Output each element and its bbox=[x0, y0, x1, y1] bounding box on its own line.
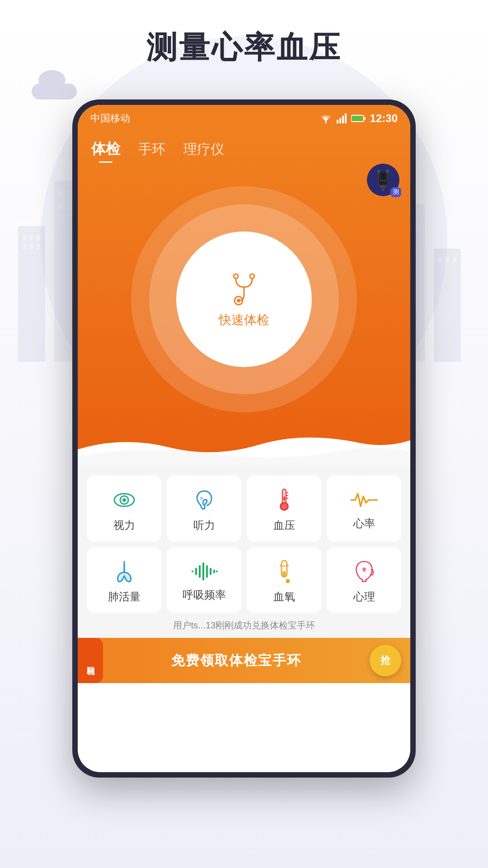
phone-screen: 中国移动 bbox=[78, 105, 410, 772]
mind-icon bbox=[353, 560, 375, 583]
hearing-label: 听力 bbox=[193, 518, 215, 533]
health-item-bp[interactable]: 血压 bbox=[247, 476, 321, 542]
svg-rect-6 bbox=[36, 244, 40, 250]
svg-rect-52 bbox=[283, 496, 285, 501]
svg-rect-4 bbox=[23, 244, 26, 250]
scan-label: 快速体检 bbox=[219, 311, 269, 329]
banner-text: 免费领取体检宝手环 bbox=[103, 651, 370, 670]
svg-rect-36 bbox=[380, 185, 386, 188]
health-item-bloodox[interactable]: SaO2 血氧 bbox=[247, 547, 321, 613]
svg-point-44 bbox=[237, 299, 240, 302]
status-right: 12:30 bbox=[319, 112, 398, 125]
thermometer-icon bbox=[276, 488, 292, 512]
device-badge[interactable]: 测 bbox=[367, 164, 399, 196]
scan-button[interactable]: 快速体检 bbox=[176, 231, 312, 367]
phone-frame: 中国移动 bbox=[72, 99, 416, 778]
scan-mid-circle: 快速体检 bbox=[149, 204, 339, 394]
svg-point-54 bbox=[282, 504, 287, 509]
svg-text:SaO2: SaO2 bbox=[279, 564, 289, 568]
wifi-icon bbox=[319, 113, 332, 123]
svg-rect-11 bbox=[59, 203, 64, 210]
svg-rect-3 bbox=[36, 235, 40, 241]
band-icon bbox=[374, 169, 392, 191]
svg-rect-27 bbox=[339, 118, 341, 123]
svg-point-48 bbox=[125, 497, 127, 499]
svg-rect-35 bbox=[380, 173, 386, 179]
heartrate-label: 心率 bbox=[353, 516, 375, 531]
svg-rect-1 bbox=[23, 235, 26, 241]
svg-point-49 bbox=[200, 497, 203, 500]
svg-rect-38 bbox=[378, 170, 380, 173]
svg-rect-28 bbox=[342, 116, 344, 123]
ear-icon bbox=[194, 488, 214, 512]
svg-rect-23 bbox=[446, 257, 449, 262]
health-item-heartrate[interactable]: 心率 bbox=[327, 476, 401, 542]
bp-label: 血压 bbox=[273, 518, 295, 533]
svg-rect-24 bbox=[453, 257, 456, 262]
svg-rect-21 bbox=[434, 249, 461, 362]
bloodox-label: 血氧 bbox=[273, 590, 295, 604]
cloud-decoration bbox=[27, 72, 81, 99]
health-item-lung[interactable]: 肺活量 bbox=[87, 547, 161, 613]
svg-rect-2 bbox=[29, 235, 33, 241]
carrier-label: 中国移动 bbox=[90, 112, 130, 125]
banner-grab-button[interactable]: 抢 bbox=[370, 645, 401, 676]
notification-bar: 用户ts...13刚刚成功兑换体检宝手环 bbox=[78, 613, 410, 638]
mental-label: 心理 bbox=[353, 590, 375, 604]
svg-rect-32 bbox=[352, 116, 362, 121]
device-badge-label: 测 bbox=[390, 187, 401, 197]
health-item-mental[interactable]: 心理 bbox=[327, 547, 401, 613]
health-item-breath[interactable]: 呼吸频率 bbox=[167, 547, 241, 613]
svg-point-25 bbox=[325, 122, 327, 123]
svg-rect-29 bbox=[345, 113, 347, 123]
svg-rect-8 bbox=[59, 190, 64, 197]
svg-rect-68 bbox=[282, 571, 286, 576]
svg-rect-39 bbox=[387, 170, 389, 173]
eye-icon bbox=[113, 488, 136, 512]
svg-rect-31 bbox=[364, 117, 366, 120]
svg-rect-22 bbox=[438, 257, 442, 262]
tab-liaoyi[interactable]: 理疗仪 bbox=[183, 140, 224, 162]
vision-label: 视力 bbox=[113, 518, 135, 533]
breath-label: 呼吸频率 bbox=[183, 588, 226, 602]
tab-bar[interactable]: 体检 手环 理疗仪 bbox=[78, 132, 410, 166]
page-title: 测量心率血压 bbox=[0, 27, 488, 68]
header-wave bbox=[78, 431, 410, 467]
lung-label: 肺活量 bbox=[108, 590, 141, 604]
bottom-banner[interactable]: 限时福利 免费领取体检宝手环 抢 bbox=[78, 638, 410, 683]
bloodtube-icon: SaO2 bbox=[274, 560, 294, 583]
status-time: 12:30 bbox=[370, 112, 398, 125]
battery-icon bbox=[351, 114, 366, 123]
tab-tijian[interactable]: 体检 bbox=[91, 139, 120, 163]
banner-badge: 限时福利 bbox=[78, 638, 103, 683]
tab-shuhuan[interactable]: 手环 bbox=[138, 140, 165, 162]
lung-icon bbox=[113, 560, 136, 583]
signal-icon bbox=[337, 113, 347, 123]
stethoscope-icon bbox=[226, 270, 262, 306]
status-bar: 中国移动 bbox=[78, 105, 410, 132]
header-area: 体检 手环 理疗仪 bbox=[78, 132, 410, 467]
health-item-vision[interactable]: 视力 bbox=[87, 476, 161, 542]
health-item-hearing[interactable]: 听力 bbox=[167, 476, 241, 542]
notification-text: 用户ts...13刚刚成功兑换体检宝手环 bbox=[173, 620, 315, 630]
svg-point-37 bbox=[382, 189, 384, 191]
soundwave-icon bbox=[191, 561, 218, 581]
svg-rect-26 bbox=[337, 120, 338, 123]
health-grid: 视力 听力 bbox=[78, 467, 410, 613]
scan-outer-circle: 快速体检 bbox=[131, 186, 357, 412]
svg-rect-5 bbox=[29, 244, 33, 250]
heartrate-icon bbox=[351, 490, 378, 510]
